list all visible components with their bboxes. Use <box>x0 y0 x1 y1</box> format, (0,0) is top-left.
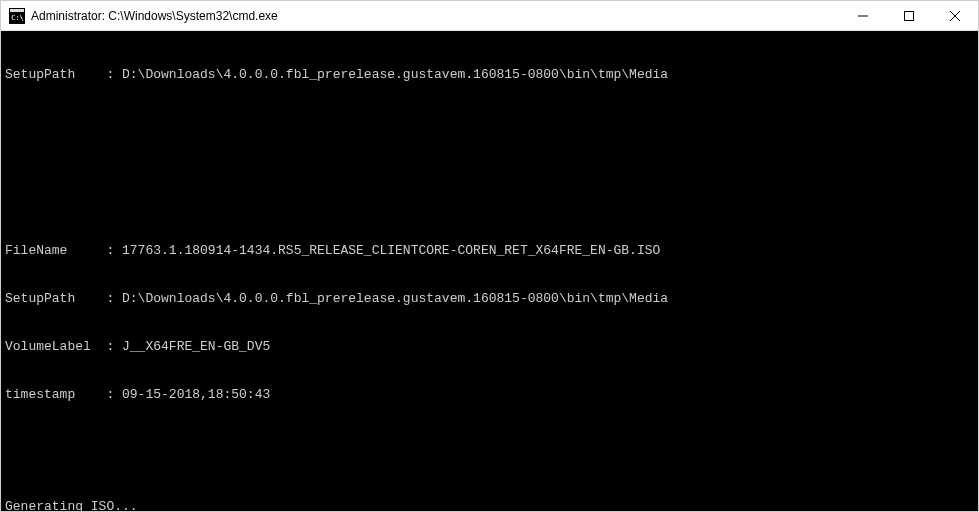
window-controls <box>840 1 978 31</box>
titlebar[interactable]: C:\ Administrator: C:\Windows\System32\c… <box>1 1 978 31</box>
minimize-button[interactable] <box>840 1 886 31</box>
svg-rect-4 <box>905 11 914 20</box>
terminal-line: VolumeLabel : J__X64FRE_EN-GB_DV5 <box>5 339 974 355</box>
terminal-line: SetupPath : D:\Downloads\4.0.0.0.fbl_pre… <box>5 67 974 83</box>
svg-rect-1 <box>10 9 24 12</box>
terminal-output[interactable]: SetupPath : D:\Downloads\4.0.0.0.fbl_pre… <box>1 31 978 511</box>
terminal-line: Generating ISO... <box>5 499 974 511</box>
close-button[interactable] <box>932 1 978 31</box>
cmd-icon: C:\ <box>9 8 25 24</box>
terminal-line: timestamp : 09-15-2018,18:50:43 <box>5 387 974 403</box>
terminal-line: FileName : 17763.1.180914-1434.RS5_RELEA… <box>5 243 974 259</box>
terminal-line: SetupPath : D:\Downloads\4.0.0.0.fbl_pre… <box>5 291 974 307</box>
window-title: Administrator: C:\Windows\System32\cmd.e… <box>31 9 840 23</box>
svg-text:C:\: C:\ <box>11 14 24 22</box>
maximize-button[interactable] <box>886 1 932 31</box>
